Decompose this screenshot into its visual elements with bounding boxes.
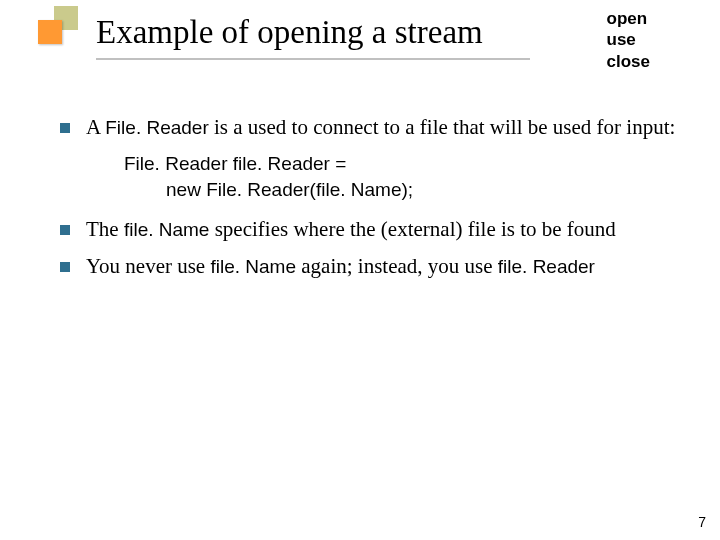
text-run: again; instead, you use [301, 254, 498, 278]
text-run-sans: file. Name [124, 219, 210, 240]
bullet-item: A File. Reader is a used to connect to a… [60, 114, 688, 141]
title-decoration [38, 6, 78, 46]
code-block: File. Reader file. Reader = new File. Re… [124, 151, 688, 202]
title-underline [96, 58, 530, 60]
bullet-item: You never use file. Name again; instead,… [60, 253, 688, 280]
bullet-text: You never use file. Name again; instead,… [86, 253, 688, 280]
bullet-item: The file. Name specifies where the (exte… [60, 216, 688, 243]
slide-title: Example of opening a stream [96, 14, 530, 50]
bullet-square-icon [60, 123, 70, 133]
corner-note-line: use [607, 29, 650, 50]
text-run: specifies where the (external) file is t… [215, 217, 616, 241]
bullet-text: A File. Reader is a used to connect to a… [86, 114, 688, 141]
square-orange-icon [38, 20, 62, 44]
text-run: You never use [86, 254, 210, 278]
bullet-square-icon [60, 225, 70, 235]
text-run: is a used to connect to a file that will… [214, 115, 675, 139]
content-area: A File. Reader is a used to connect to a… [60, 104, 688, 286]
code-line: new File. Reader(file. Name); [124, 177, 688, 203]
title-area: Example of opening a stream [96, 14, 530, 60]
text-run-sans: File. Reader [105, 117, 209, 138]
bullet-text: The file. Name specifies where the (exte… [86, 216, 688, 243]
corner-note: open use close [607, 8, 650, 72]
text-run-sans: file. Name [210, 256, 296, 277]
bullet-square-icon [60, 262, 70, 272]
corner-note-line: close [607, 51, 650, 72]
text-run: The [86, 217, 124, 241]
page-number: 7 [698, 514, 706, 530]
slide: Example of opening a stream open use clo… [0, 0, 720, 540]
code-line: File. Reader file. Reader = [124, 153, 346, 174]
text-run-sans: file. Reader [498, 256, 595, 277]
corner-note-line: open [607, 8, 650, 29]
text-run: A [86, 115, 105, 139]
